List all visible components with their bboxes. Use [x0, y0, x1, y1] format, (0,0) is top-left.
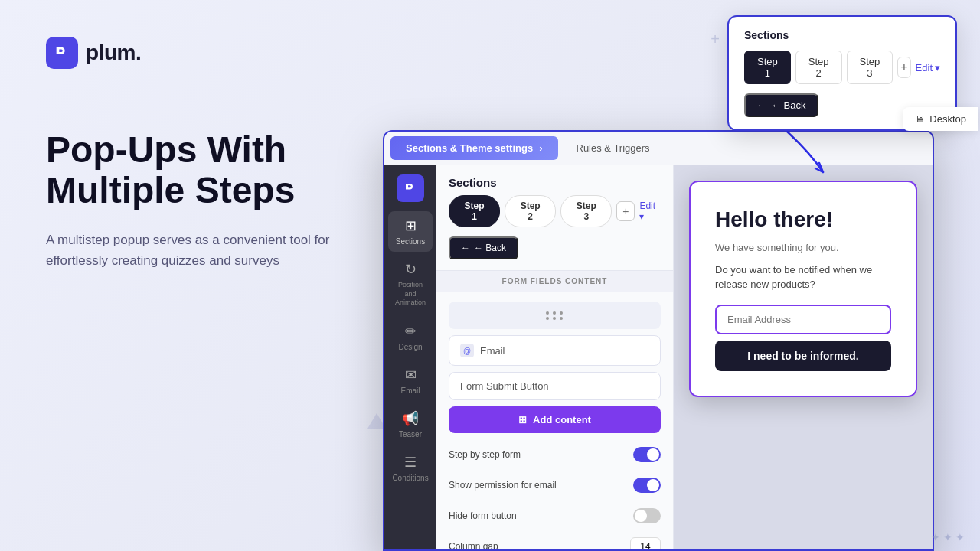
arrow-left-icon: ← — [756, 99, 766, 111]
hero-title: Pop-Ups With Multiple Steps — [46, 130, 383, 211]
steps-plus-btn[interactable]: + — [616, 201, 635, 221]
toggle3[interactable] — [633, 508, 661, 523]
toggle1-label: Step by step form — [449, 449, 521, 460]
editor-mockup: Sections & Theme settings › Rules & Trig… — [383, 130, 934, 551]
sidebar-item-sections[interactable]: ⊞ Sections — [388, 211, 433, 252]
editor-sidebar: ⊞ Sections ↻ Position and Animation ✏ De… — [384, 165, 436, 549]
desktop-indicator: 🖥 Desktop — [903, 107, 978, 131]
editor-topbar: Sections & Theme settings › Rules & Trig… — [384, 132, 933, 165]
preview-question: Do you want to be notified when we relea… — [715, 262, 891, 292]
step1-btn[interactable]: Step 1 — [449, 195, 500, 227]
drag-area[interactable] — [449, 302, 661, 329]
email-icon: ✉ — [405, 367, 416, 383]
sections-icon: ⊞ — [405, 217, 416, 234]
floating-edit-btn[interactable]: Edit ▾ — [916, 62, 940, 73]
submit-field-label: Form Submit Button — [460, 380, 549, 392]
preview-subtext: We have something for you. — [715, 242, 891, 253]
toggle-row-1: Step by step form — [436, 439, 673, 470]
email-field-item[interactable]: @ Email — [449, 335, 661, 366]
tab-sections-theme[interactable]: Sections & Theme settings › — [390, 136, 558, 160]
back-arrow-icon: ← — [461, 243, 470, 253]
sidebar-logo — [397, 174, 424, 202]
toggle1[interactable] — [633, 447, 661, 462]
floating-step3-btn[interactable]: Step 3 — [847, 51, 893, 84]
deco-plus-1: + — [710, 31, 720, 48]
right-panel: + + Sections Step 1 Step 2 Step 3 + Edit… — [383, 0, 980, 551]
preview-email-input[interactable] — [715, 305, 891, 334]
tab-rules-triggers[interactable]: Rules & Triggers — [564, 136, 662, 160]
form-section-label: FORM FIELDS CONTENT — [436, 270, 673, 292]
floating-sections-title: Sections — [744, 29, 940, 41]
floating-back-btn[interactable]: ← ← Back — [744, 93, 818, 117]
toggle-row-2: Show permission for email — [436, 470, 673, 500]
left-panel: plum. Pop-Ups With Multiple Steps A mult… — [0, 0, 429, 551]
floating-step1-btn[interactable]: Step 1 — [744, 51, 791, 84]
toggle3-label: Hide form button — [449, 510, 517, 521]
sidebar-item-teaser[interactable]: 📢 Teaser — [388, 404, 433, 445]
desktop-icon: 🖥 — [915, 113, 925, 125]
column-gap-label: Column gap — [449, 541, 498, 549]
steps-edit-btn[interactable]: Edit ▾ — [639, 201, 661, 222]
floating-step2-btn[interactable]: Step 2 — [795, 51, 842, 84]
logo-area: plum. — [46, 37, 383, 69]
preview-hello-title: Hello there! — [715, 207, 891, 233]
logo-icon — [46, 37, 78, 69]
desktop-label: Desktop — [929, 113, 966, 125]
conditions-icon: ☰ — [404, 454, 416, 471]
preview-panel: Hello there! We have something for you. … — [674, 165, 933, 549]
column-gap-input[interactable] — [630, 537, 661, 549]
sidebar-item-email[interactable]: ✉ Email — [388, 360, 433, 401]
editor-body: ⊞ Sections ↻ Position and Animation ✏ De… — [384, 165, 933, 549]
toggle-row-3: Hide form button — [436, 500, 673, 531]
chevron-down-icon: ▾ — [935, 62, 940, 73]
back-btn[interactable]: ← ← Back — [449, 236, 518, 259]
chevron-right-icon: › — [539, 142, 542, 154]
add-icon: ⊞ — [518, 414, 527, 425]
toggle2[interactable] — [633, 478, 661, 493]
sidebar-item-design[interactable]: ✏ Design — [388, 317, 433, 357]
email-field-label: Email — [480, 345, 505, 357]
sections-header: Sections — [436, 165, 673, 195]
add-content-btn[interactable]: ⊞ Add content — [449, 406, 661, 433]
email-field-icon: @ — [460, 344, 474, 357]
teaser-icon: 📢 — [402, 410, 419, 427]
preview-popup: Hello there! We have something for you. … — [689, 181, 917, 397]
preview-submit-btn[interactable]: I need to be informed. — [715, 341, 891, 371]
floating-plus-btn[interactable]: + — [897, 57, 910, 78]
drag-dots — [546, 311, 564, 320]
column-gap-row: Column gap — [436, 531, 673, 549]
add-content-label: Add content — [533, 414, 591, 425]
submit-field-item[interactable]: Form Submit Button — [449, 372, 661, 400]
step3-btn[interactable]: Step 3 — [560, 195, 612, 227]
floating-steps-row: Step 1 Step 2 Step 3 + Edit ▾ — [744, 51, 940, 84]
hero-subtitle: A multistep popup serves as a convenient… — [46, 230, 337, 271]
position-icon: ↻ — [405, 261, 416, 278]
sidebar-item-position[interactable]: ↻ Position and Animation — [388, 255, 433, 314]
editor-content-panel: Sections Step 1 Step 2 Step 3 + Edit ▾ ←… — [436, 165, 674, 549]
toggle2-label: Show permission for email — [449, 480, 557, 491]
brand-name: plum. — [86, 41, 141, 65]
sidebar-item-conditions[interactable]: ☰ Conditions — [388, 448, 433, 488]
steps-row: Step 1 Step 2 Step 3 + Edit ▾ — [436, 195, 673, 236]
design-icon: ✏ — [405, 323, 416, 340]
step2-btn[interactable]: Step 2 — [505, 195, 556, 227]
deco-stars: ✦ ✦ ✦ — [931, 531, 965, 543]
